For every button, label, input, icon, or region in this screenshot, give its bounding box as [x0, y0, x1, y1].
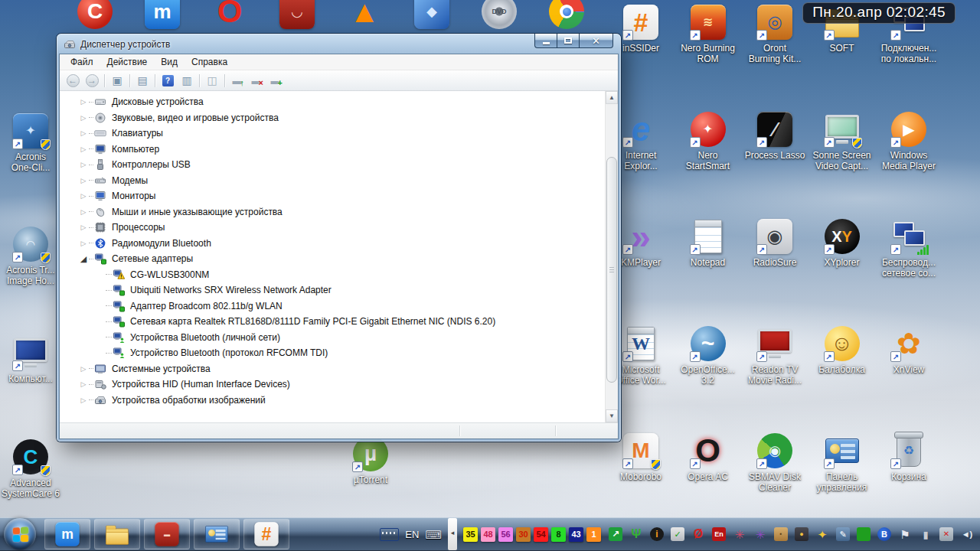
tree-item[interactable]: Адаптер Broadcom 802.11b/g WLAN	[60, 298, 605, 315]
tree-item[interactable]: ◢Сетевые адаптеры	[60, 251, 605, 267]
tray-monitor-badge[interactable]: 8	[551, 527, 566, 542]
desktop-icon-ccleaner[interactable]: C	[61, 0, 129, 29]
desktop-icon-wmp[interactable]: ▶↗Windows Media Player	[875, 112, 942, 171]
taskbar-button-control-panel[interactable]	[194, 519, 240, 549]
taskbar-button-inssider[interactable]: #	[243, 519, 289, 549]
printer-tray-icon[interactable]: ✓	[671, 527, 684, 541]
desktop-icon-readon-red[interactable]: ◡	[263, 0, 331, 29]
scan-hardware-button[interactable]: ▬+	[266, 72, 285, 89]
search-button[interactable]: ◫	[203, 72, 221, 89]
red-app-tray-icon[interactable]: Ø	[691, 527, 705, 541]
desktop-icon-xyplorer[interactable]: XY↗XYplorer	[808, 219, 876, 268]
wand-tray-icon[interactable]: ✦	[815, 527, 829, 541]
tray-monitor-badge[interactable]: 35	[463, 527, 478, 542]
network-error-tray-icon[interactable]: ✕	[939, 527, 953, 541]
expander-icon[interactable]: ▷	[78, 145, 89, 153]
menu-item-1[interactable]: Действие	[100, 55, 155, 69]
battery-tray-icon[interactable]: ▮	[919, 527, 933, 541]
pinwheel-color-tray-icon[interactable]: ✳	[753, 527, 767, 541]
back-button[interactable]: ←	[64, 72, 82, 89]
help-button[interactable]: ?	[158, 72, 177, 89]
desktop-icon-vlc[interactable]: ▲	[331, 0, 398, 29]
bluetooth-tray-icon[interactable]: B	[877, 527, 891, 541]
console-button[interactable]: ▣	[108, 72, 126, 89]
language-indicator[interactable]: EN	[403, 529, 421, 540]
tree-item[interactable]: ▷Мониторы	[60, 188, 605, 204]
expander-icon[interactable]: ▷	[78, 129, 89, 137]
desktop-icon-blue-box[interactable]: ◆	[398, 0, 466, 29]
tree-item[interactable]: ▷Системные устройства	[60, 361, 605, 377]
action-flag-tray-icon[interactable]: ⚑	[898, 527, 912, 541]
tree-item[interactable]: ▷Звуковые, видео и игровые устройства	[60, 110, 605, 126]
vertical-scrollbar[interactable]: ▲ ▼	[605, 91, 618, 422]
desktop-icon-oront[interactable]: ◎↗Oront Burning Kit...	[741, 5, 808, 64]
taskbar-button-toolbox[interactable]: ▬	[144, 519, 190, 549]
desktop-icon-computer[interactable]: ↗Компьют...	[0, 335, 64, 384]
screen-capture-tray-icon[interactable]: ✎	[836, 527, 850, 541]
tree-item[interactable]: ▷Клавиатуры	[60, 126, 605, 142]
expander-icon[interactable]: ▷	[78, 365, 89, 373]
desktop-icon-control-panel[interactable]: ↗Панель управления	[808, 433, 876, 493]
desktop-icon-opera[interactable]: O	[196, 0, 263, 29]
desktop-icon-advanced-systemcare[interactable]: C↗Advanced SystemCare 6	[0, 439, 64, 499]
tree-item[interactable]: ▷Дисковые устройства	[60, 94, 605, 110]
tree-item[interactable]: Устройства Bluetooth (личной сети)	[60, 330, 605, 346]
punto-en-tray-icon[interactable]: En	[712, 527, 726, 541]
desktop-icon-nero-startsmart[interactable]: ✦↗Nero StartSmart	[675, 112, 742, 171]
tray-monitor-badge[interactable]: 54	[534, 527, 548, 542]
pinwheel-red-tray-icon[interactable]: ✳	[733, 527, 746, 541]
tree-item[interactable]: ▷Контроллеры USB	[60, 157, 605, 173]
antenna-tray-icon[interactable]: Ψ	[629, 527, 643, 541]
briefcase-tray-icon[interactable]: ▪	[774, 527, 788, 541]
tree-item[interactable]: ▷Компьютер	[60, 142, 605, 158]
desktop-icon-readon-tv[interactable]: ↗Readon TV Movie Radi...	[741, 326, 808, 386]
update-driver-button[interactable]: ▬↑	[228, 72, 247, 89]
tray-monitor-badge[interactable]: 43	[569, 527, 583, 542]
expander-icon[interactable]: ▷	[78, 223, 89, 231]
expander-icon[interactable]: ▷	[78, 114, 89, 122]
menu-item-0[interactable]: Файл	[64, 55, 100, 69]
desktop-icon-maxthon[interactable]: m	[129, 0, 196, 29]
show-hidden-icons-button[interactable]: ◂	[448, 518, 457, 550]
events-button[interactable]: ▥	[178, 72, 196, 89]
desktop-icon-xnview[interactable]: ✿↗XnView	[875, 326, 942, 375]
tree-item[interactable]: ▷Устройства обработки изображений	[60, 393, 605, 409]
desktop-icon-wireless-connection[interactable]: ↗Беспровод... сетевое со...	[875, 219, 942, 279]
tree-item[interactable]: ▷Устройства HID (Human Interface Devices…	[60, 377, 605, 393]
desktop-icon-recycle-bin[interactable]: ♻↗Корзина	[875, 433, 942, 482]
uninstall-driver-button[interactable]: ▬×	[247, 72, 266, 89]
expander-icon[interactable]: ▷	[78, 208, 89, 216]
desktop-icon-utorrent[interactable]: µ↗µTorrent	[337, 436, 404, 485]
clock-gadget[interactable]: Пн.20.апр 02:02:45	[802, 2, 956, 24]
tree-item[interactable]: Сетевая карта Realtek RTL8168D/8111D Fam…	[60, 314, 605, 330]
tray-monitor-badge[interactable]: 1	[586, 527, 601, 542]
expander-icon[interactable]: ▷	[78, 177, 89, 184]
desktop-icon-radiosure[interactable]: ◉↗RadioSure	[741, 219, 808, 268]
taskbar-button-explorer[interactable]	[94, 519, 140, 549]
tree-item[interactable]: Ubiquiti Networks SRX Wireless Network A…	[60, 282, 605, 298]
close-button[interactable]: ✕	[579, 34, 613, 48]
desktop-icon-openoffice[interactable]: ~↗OpenOffice... 3.2	[675, 326, 742, 386]
chart-tray-icon[interactable]: ↗	[609, 527, 622, 541]
desktop-icon-balabolka[interactable]: ☺↗Балаболка	[808, 326, 876, 375]
desktop-icon-acronis-oneclick[interactable]: ✦↗Acronis One-Cli...	[0, 113, 64, 173]
desktop-icon-acronis-trueimage[interactable]: ◠↗Acronis Tr... Image Ho...	[0, 227, 64, 286]
tree-item[interactable]: CG-WLUSB300NM	[60, 267, 605, 283]
taskbar-button-maxthon[interactable]: m	[44, 519, 90, 549]
expander-icon[interactable]: ▷	[78, 192, 89, 200]
scroll-up-button[interactable]: ▲	[606, 91, 618, 104]
menu-item-2[interactable]: Вид	[154, 55, 185, 69]
tray-monitor-badge[interactable]: 30	[516, 527, 531, 542]
titlebar[interactable]: Диспетчер устройств ✕	[57, 34, 621, 54]
menu-item-3[interactable]: Справка	[185, 55, 234, 69]
expander-icon[interactable]: ▷	[78, 380, 89, 388]
tray-monitor-badge[interactable]: 48	[481, 527, 495, 542]
scroll-down-button[interactable]: ▼	[606, 409, 618, 422]
start-button[interactable]	[4, 518, 36, 550]
desktop-icon-notepad[interactable]: ↗Notepad	[675, 219, 742, 268]
expander-icon[interactable]: ▷	[78, 240, 89, 247]
expander-icon[interactable]: ◢	[78, 254, 89, 264]
tree-item[interactable]: ▷Радиомодули Bluetooth	[60, 236, 605, 252]
tree-item[interactable]: ▷Мыши и иные указывающие устройства	[60, 204, 605, 220]
info-tray-icon[interactable]: i	[650, 527, 664, 541]
